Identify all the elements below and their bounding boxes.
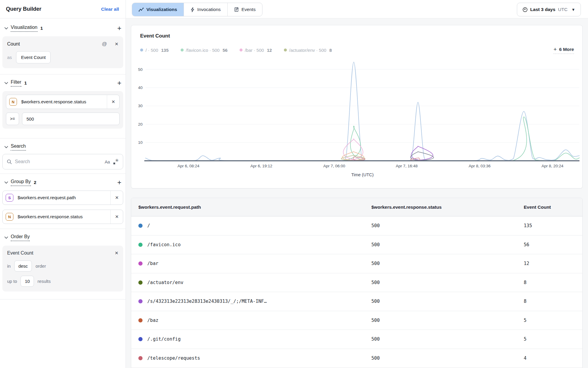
response-status-value: 500 [364, 355, 517, 361]
y-axis-tick-label: 20 [138, 122, 143, 127]
regex-toggle[interactable]: ✳ [113, 159, 119, 165]
remove-visualization-icon[interactable]: ✕ [115, 41, 118, 47]
event-count-value: 5 [517, 318, 582, 323]
page-title: Query Builder [6, 6, 41, 12]
legend-item[interactable]: /bar · 50012 [240, 48, 272, 53]
search-section-header: Search [3, 142, 121, 152]
x-axis-tick-label: Apr 6, 08:24 [178, 164, 200, 168]
search-box: Aa ✳ [2, 154, 123, 169]
table-row[interactable]: /baz5005 [131, 311, 582, 330]
order-direction-select[interactable]: desc [14, 261, 32, 272]
time-range-selector[interactable]: Last 3 days UTC ▼ [517, 3, 581, 16]
legend-label: /favicon.ico · 500 [186, 48, 220, 53]
column-header-response-status: $workers.event.response.status [364, 205, 517, 210]
chevron-down-icon[interactable] [3, 236, 10, 239]
remove-order-by-icon[interactable]: ✕ [115, 250, 118, 256]
series-line [146, 62, 579, 161]
table-row[interactable]: /.git/config5005 [131, 330, 582, 349]
x-axis-tick-label: Apr 6, 19:12 [251, 164, 273, 168]
add-visualization-button[interactable]: + [117, 25, 121, 31]
legend-more-button[interactable]: + 6 More [553, 46, 574, 54]
legend-item[interactable]: /favicon.ico · 50056 [181, 48, 228, 53]
add-group-by-button[interactable]: + [117, 180, 121, 185]
more-label: 6 More [559, 47, 574, 52]
group-by-field-chip[interactable]: S$workers.event.request.path✕ [2, 191, 123, 205]
event-count-value: 5 [517, 336, 582, 342]
series-color-dot [138, 261, 143, 266]
as-label: as [7, 55, 12, 60]
filter-operator-select[interactable]: >= [6, 113, 19, 125]
up-to-label: up to [7, 279, 17, 284]
lightning-icon [190, 7, 195, 12]
chevron-down-icon[interactable] [3, 27, 10, 29]
search-input[interactable] [15, 159, 102, 164]
request-path-value: /telescope/requests [147, 355, 200, 361]
clear-all-button[interactable]: Clear all [101, 7, 119, 12]
match-case-toggle[interactable]: Aa [105, 159, 110, 164]
event-count-chart-card: Event Count / · 500135/favicon.ico · 500… [131, 25, 583, 188]
result-limit-input[interactable]: 10 [21, 276, 34, 287]
remove-filter-icon[interactable]: ✕ [107, 95, 119, 109]
group-by-chip-list: S$workers.event.request.path✕N$workers.e… [0, 191, 126, 224]
results-table-card: $workers.event.request.path $workers.eve… [131, 198, 583, 368]
remove-group-by-icon[interactable]: ✕ [110, 191, 123, 205]
table-row[interactable]: /telescope/requests5004 [131, 349, 582, 368]
column-header-request-path: $workers.event.request.path [131, 205, 364, 210]
response-status-value: 500 [364, 318, 517, 323]
plus-icon: + [553, 46, 557, 53]
table-row[interactable]: /s/432313e22313e28313e2430313/_/;/META-I… [131, 292, 582, 311]
series-color-dot [284, 49, 287, 52]
section-divider [0, 174, 126, 174]
series-color-dot [138, 280, 143, 285]
series-color-dot [138, 243, 143, 247]
group-by-section-title: Group By [11, 179, 31, 186]
x-axis-title: Time (UTC) [351, 172, 373, 177]
add-filter-button[interactable]: + [117, 80, 121, 86]
chevron-down-icon[interactable] [3, 82, 10, 84]
line-chart-icon [139, 7, 144, 12]
request-path-value: /actuator/env [147, 280, 183, 285]
visualization-alias-field[interactable]: Event Count [16, 51, 51, 63]
order-label: order [35, 263, 46, 269]
chevron-down-icon[interactable] [3, 146, 10, 148]
series-color-dot [138, 224, 143, 228]
request-path-value: /favicon.ico [147, 242, 181, 247]
chevron-down-icon[interactable] [3, 181, 10, 184]
x-axis-tick-label: Apr 8, 03:36 [469, 164, 491, 168]
table-row[interactable]: /500135 [131, 216, 582, 236]
filter-value-input[interactable] [22, 113, 120, 125]
filter-field-chip[interactable]: N $workers.event.response.status ✕ [6, 95, 120, 109]
filter-section-header: Filter 1 + [3, 78, 121, 88]
at-sign-icon[interactable]: @ [102, 41, 107, 47]
table-row[interactable]: /favicon.ico50056 [131, 236, 582, 255]
tab-visualizations[interactable]: Visualizations [132, 3, 184, 16]
column-header-event-count: Event Count [517, 205, 582, 210]
legend-item[interactable]: / · 500135 [140, 48, 169, 53]
event-count-line-chart: 1020304050Apr 6, 08:24Apr 6, 19:12Apr 7,… [131, 56, 582, 187]
legend-count: 12 [267, 48, 272, 53]
search-icon [7, 159, 12, 164]
legend-count: 56 [223, 48, 228, 53]
legend-item[interactable]: /actuator/env · 5008 [284, 48, 332, 53]
order-by-section-title: Order By [11, 234, 30, 241]
tab-invocations[interactable]: Invocations [184, 3, 227, 16]
legend-label: /bar · 500 [245, 48, 264, 53]
search-section-title: Search [11, 144, 26, 151]
tab-events[interactable]: Events [227, 3, 262, 16]
legend-count: 135 [161, 48, 169, 53]
x-axis-tick-label: Apr 7, 06:00 [323, 164, 345, 168]
event-count-value: 56 [517, 242, 582, 247]
y-axis-tick-label: 10 [138, 140, 143, 145]
visualization-section-header: Visualization 1 + [3, 23, 121, 33]
event-log-icon [234, 7, 239, 12]
table-row[interactable]: /actuator/env5008 [131, 273, 582, 292]
series-color-dot [138, 318, 143, 322]
table-row[interactable]: /bar50012 [131, 254, 582, 273]
section-divider [0, 74, 126, 74]
remove-group-by-icon[interactable]: ✕ [110, 210, 123, 224]
request-path-value: /baz [147, 318, 158, 323]
group-by-field-chip[interactable]: N$workers.event.response.status✕ [2, 210, 123, 224]
tab-label: Events [242, 7, 256, 12]
event-count-value: 8 [517, 299, 582, 304]
filter-count: 1 [24, 80, 27, 86]
